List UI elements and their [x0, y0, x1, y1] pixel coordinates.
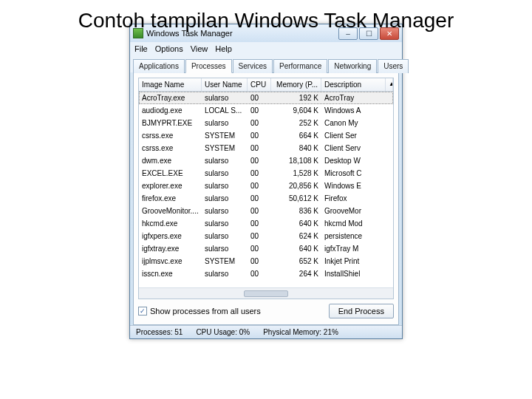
table-row[interactable]: firefox.exesularso0050,612 KFirefox	[139, 192, 393, 205]
cell-mem: 18,108 K	[271, 157, 321, 165]
cell-cpu: 00	[248, 270, 271, 278]
cell-mem: 9,604 K	[271, 106, 321, 115]
table-row[interactable]: explorer.exesularso0020,856 KWindows E	[139, 180, 393, 192]
tab-strip: Applications Processes Services Performa…	[130, 55, 402, 72]
cell-user: SYSTEM	[202, 132, 248, 140]
tab-services[interactable]: Services	[233, 59, 273, 73]
cell-desc: InstallShiel	[321, 270, 393, 278]
cell-desc: AcroTray	[321, 94, 393, 102]
cell-mem: 252 K	[271, 119, 321, 127]
cell-image: csrss.exe	[139, 132, 202, 140]
cell-desc: Windows E	[321, 182, 393, 190]
table-row[interactable]: csrss.exeSYSTEM00840 KClient Serv	[139, 142, 393, 154]
cell-desc: Client Serv	[321, 144, 393, 152]
process-list[interactable]: Image Name User Name CPU Memory (P... De…	[138, 78, 394, 299]
cell-mem: 664 K	[271, 132, 321, 140]
col-image-name[interactable]: Image Name	[139, 78, 202, 91]
cell-image: igfxpers.exe	[139, 232, 202, 240]
cell-desc: Desktop W	[321, 157, 393, 165]
cell-desc: igfxTray M	[321, 245, 393, 253]
menu-help[interactable]: Help	[215, 44, 232, 53]
cell-mem: 640 K	[271, 245, 321, 253]
cell-desc: Microsoft C	[321, 169, 393, 177]
cell-cpu: 00	[248, 119, 271, 127]
cell-desc: GrooveMor	[321, 207, 393, 215]
tab-performance[interactable]: Performance	[273, 59, 327, 73]
cell-image: AcroTray.exe	[139, 94, 202, 102]
cell-user: sularso	[202, 194, 248, 202]
cell-image: isscn.exe	[139, 270, 202, 278]
table-row[interactable]: audiodg.exeLOCAL S...009,604 KWindows A	[139, 104, 393, 117]
horizontal-scrollbar[interactable]	[139, 287, 393, 299]
col-description[interactable]: Description	[321, 78, 386, 91]
show-all-users-checkbox[interactable]: ✓ Show processes from all users	[138, 307, 261, 316]
cell-user: sularso	[202, 270, 248, 278]
scroll-thumb[interactable]	[244, 290, 288, 297]
table-row[interactable]: csrss.exeSYSTEM00664 KClient Ser	[139, 129, 393, 142]
cell-user: sularso	[202, 245, 248, 253]
tab-networking[interactable]: Networking	[328, 59, 377, 73]
cell-desc: persistence	[321, 232, 393, 240]
cell-user: SYSTEM	[202, 144, 248, 152]
slide-title: Contoh tampilan Windows Task Manager	[0, 0, 532, 33]
table-row[interactable]: hkcmd.exesularso00640 Khkcmd Mod	[139, 217, 393, 230]
cell-user: sularso	[202, 182, 248, 190]
cell-image: igfxtray.exe	[139, 245, 202, 253]
col-memory[interactable]: Memory (P...	[271, 78, 321, 91]
cell-mem: 652 K	[271, 257, 321, 265]
cell-user: sularso	[202, 169, 248, 177]
status-memory: Physical Memory: 21%	[263, 328, 338, 336]
menu-file[interactable]: File	[134, 44, 148, 53]
cell-image: dwm.exe	[139, 157, 202, 165]
status-bar: Processes: 51 CPU Usage: 0% Physical Mem…	[130, 325, 402, 338]
cell-desc: Windows A	[321, 106, 393, 115]
cell-mem: 1,528 K	[271, 169, 321, 177]
menubar: File Options View Help	[130, 42, 402, 55]
menu-options[interactable]: Options	[155, 44, 183, 53]
checkbox-icon: ✓	[138, 307, 147, 316]
cell-user: SYSTEM	[202, 257, 248, 265]
tab-processes[interactable]: Processes	[185, 59, 232, 73]
col-cpu[interactable]: CPU	[248, 78, 271, 91]
table-row[interactable]: isscn.exesularso00264 KInstallShiel	[139, 267, 393, 280]
show-all-users-label: Show processes from all users	[150, 307, 261, 316]
cell-user: sularso	[202, 232, 248, 240]
cell-image: ijplmsvc.exe	[139, 257, 202, 265]
cell-user: sularso	[202, 219, 248, 228]
cell-desc: Inkjet Print	[321, 257, 393, 265]
cell-cpu: 00	[248, 157, 271, 165]
tab-users[interactable]: Users	[378, 59, 409, 73]
maximize-button[interactable]: ☐	[359, 27, 378, 40]
cell-cpu: 00	[248, 232, 271, 240]
cell-cpu: 00	[248, 144, 271, 152]
cell-cpu: 00	[248, 245, 271, 253]
app-icon	[133, 28, 143, 38]
cell-mem: 640 K	[271, 219, 321, 228]
menu-view[interactable]: View	[191, 44, 208, 53]
cell-user: sularso	[202, 207, 248, 215]
sort-indicator-icon: ▲	[386, 78, 393, 91]
window-title: Windows Task Manager	[146, 29, 337, 38]
end-process-button[interactable]: End Process	[329, 304, 394, 318]
table-row[interactable]: igfxpers.exesularso00624 Kpersistence	[139, 230, 393, 242]
cell-cpu: 00	[248, 194, 271, 202]
cell-user: LOCAL S...	[202, 106, 248, 115]
col-user-name[interactable]: User Name	[202, 78, 248, 91]
table-row[interactable]: dwm.exesularso0018,108 KDesktop W	[139, 154, 393, 167]
cell-image: BJMYPRT.EXE	[139, 119, 202, 127]
tab-applications[interactable]: Applications	[133, 59, 185, 73]
cell-cpu: 00	[248, 219, 271, 228]
table-row[interactable]: GrooveMonitor....sularso00836 KGrooveMor	[139, 205, 393, 217]
table-row[interactable]: BJMYPRT.EXEsularso00252 KCanon My	[139, 117, 393, 129]
cell-image: firefox.exe	[139, 194, 202, 202]
minimize-button[interactable]: –	[338, 27, 358, 40]
table-row[interactable]: AcroTray.exesularso00192 KAcroTray	[139, 92, 393, 104]
table-row[interactable]: ijplmsvc.exeSYSTEM00652 KInkjet Print	[139, 255, 393, 267]
table-row[interactable]: EXCEL.EXEsularso001,528 KMicrosoft C	[139, 167, 393, 180]
table-row[interactable]: igfxtray.exesularso00640 KigfxTray M	[139, 242, 393, 255]
cell-image: audiodg.exe	[139, 106, 202, 115]
cell-desc: hkcmd Mod	[321, 219, 393, 228]
close-button[interactable]: ✕	[380, 27, 399, 40]
cell-cpu: 00	[248, 169, 271, 177]
cell-cpu: 00	[248, 132, 271, 140]
